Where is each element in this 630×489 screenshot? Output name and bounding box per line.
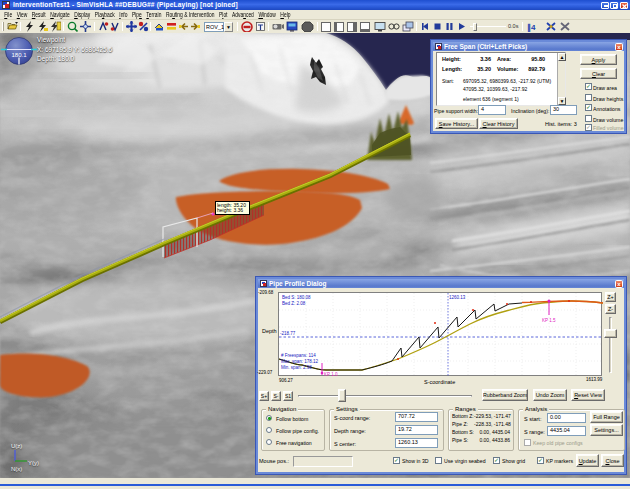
svg-text:180.1: 180.1 <box>11 52 27 58</box>
svg-text:U(z): U(z) <box>11 443 22 449</box>
svg-text:Bed S: 180.08: Bed S: 180.08 <box>282 295 311 300</box>
svg-text:Min. span: 2.98: Min. span: 2.98 <box>281 365 312 370</box>
svg-text:KP 1.5: KP 1.5 <box>542 318 556 323</box>
svg-text:Max. span: 178.12: Max. span: 178.12 <box>281 359 319 364</box>
svg-text:∥4: ∥4 <box>527 23 536 33</box>
svg-text:-218.77: -218.77 <box>280 331 296 336</box>
svg-text:N(x): N(x) <box>11 466 22 472</box>
svg-text:1260.13: 1260.13 <box>449 295 466 300</box>
svg-text:# Freespans: 114: # Freespans: 114 <box>281 353 316 358</box>
svg-text:Bed Z: 2.08: Bed Z: 2.08 <box>282 301 306 306</box>
svg-text:KP 1.0: KP 1.0 <box>324 372 338 377</box>
svg-text:Y(y): Y(y) <box>28 460 39 466</box>
